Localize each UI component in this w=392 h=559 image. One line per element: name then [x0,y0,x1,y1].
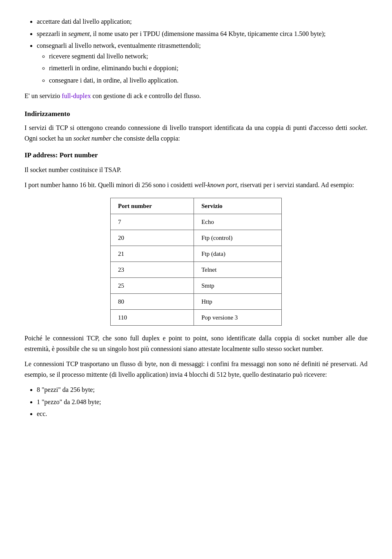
sub-bullet-list: ricevere segmenti dal livello network; r… [49,51,368,86]
table-cell-port: 25 [111,277,194,293]
port-number-table: Port number Servizio 7Echo20Ftp (control… [110,198,282,326]
col-header-port: Port number [111,198,194,214]
sub-bullet-3: consegnare i dati, in ordine, al livello… [49,77,178,84]
table-cell-port: 21 [111,246,194,262]
final-bullet-list: 8 "pezzi" da 256 byte; 1 "pezzo" da 2.04… [37,385,368,419]
list-item: spezzarli in segment, il nome usato per … [37,29,368,39]
table-cell-servizio: Pop versione 3 [194,309,282,325]
table-cell-port: 110 [111,309,194,325]
table-cell-servizio: Echo [194,214,282,230]
section-heading-indirizzamento: Indirizzamento [24,108,368,119]
bullet2-italic: segment [68,30,89,37]
socket-number-term: socket number [74,135,111,142]
table-header-row: Port number Servizio [111,198,282,214]
sub-bullet-2: rimetterli in ordine, eliminando buchi e… [49,65,178,72]
indirizzamento-paragraph: I servizi di TCP si ottengono creando co… [24,123,368,143]
indirizzamento-text3: che consiste della coppia: [111,135,180,142]
list-item: 8 "pezzi" da 256 byte; [37,385,368,395]
connections-byte-paragraph: Le connessioni TCP trasportano un flusso… [24,359,368,380]
col-header-servizio: Servizio [194,198,282,214]
well-known-term: well-known port [194,181,237,188]
bullet1-text: accettare dati dal livello application; [37,18,132,25]
table-row: 80Http [111,293,282,309]
socket-tsap-paragraph: Il socket number costituisce il TSAP. [24,165,368,175]
list-item: consegnare i dati, in ordine, al livello… [49,75,368,86]
table-row: 23Telnet [111,262,282,277]
sub-bullet-1: ricevere segmenti dal livello network; [49,53,148,60]
table-cell-servizio: Ftp (data) [194,246,282,262]
bullet2-post: , il nome usato per i TPDU (dimensione m… [90,30,326,37]
final-bullet-1: 8 "pezzi" da 256 byte; [37,386,95,393]
full-duplex-post: con gestione di ack e controllo del flus… [91,92,201,99]
table-cell-port: 80 [111,293,194,309]
full-duplex-connections-paragraph: Poiché le connessioni TCP, che sono full… [24,333,368,354]
port-number-paragraph: I port number hanno 16 bit. Quelli minor… [24,180,368,190]
full-duplex-term: full-duplex [62,92,91,99]
indirizzamento-text: I servizi di TCP si ottengono creando co… [24,124,350,131]
bullet2-pre: spezzarli in [37,30,68,37]
bullet3-pre: consegnarli al livello network, eventual… [37,42,201,49]
table-cell-servizio: Telnet [194,262,282,277]
list-item: rimetterli in ordine, eliminando buchi e… [49,63,368,74]
list-item: ecc. [37,409,368,419]
table-row: 20Ftp (control) [111,230,282,246]
list-item: ricevere segmenti dal livello network; [49,51,368,62]
table-row: 7Echo [111,214,282,230]
table-row: 110Pop versione 3 [111,309,282,325]
port-number-text2: , riservati per i servizi standard. Ad e… [237,181,354,188]
table-cell-servizio: Smtp [194,277,282,293]
list-item: accettare dati dal livello application; [37,16,368,27]
final-bullet-3: ecc. [37,410,47,417]
list-item: 1 "pezzo" da 2.048 byte; [37,397,368,407]
final-bullet-2: 1 "pezzo" da 2.048 byte; [37,398,101,405]
list-item: consegnarli al livello network, eventual… [37,40,368,85]
ip-address-port-number: IP address: Port number [24,150,368,161]
intro-bullet-list: accettare dati dal livello application; … [37,16,368,86]
table-cell-servizio: Ftp (control) [194,230,282,246]
table-cell-port: 20 [111,230,194,246]
table-cell-port: 7 [111,214,194,230]
full-duplex-paragraph: E' un servizio full-duplex con gestione … [24,91,368,101]
table-row: 25Smtp [111,277,282,293]
full-duplex-pre: E' un servizio [24,92,62,99]
socket-term: socket [350,124,366,131]
table-cell-servizio: Http [194,293,282,309]
table-cell-port: 23 [111,262,194,277]
port-number-text: I port number hanno 16 bit. Quelli minor… [24,181,194,188]
table-row: 21Ftp (data) [111,246,282,262]
